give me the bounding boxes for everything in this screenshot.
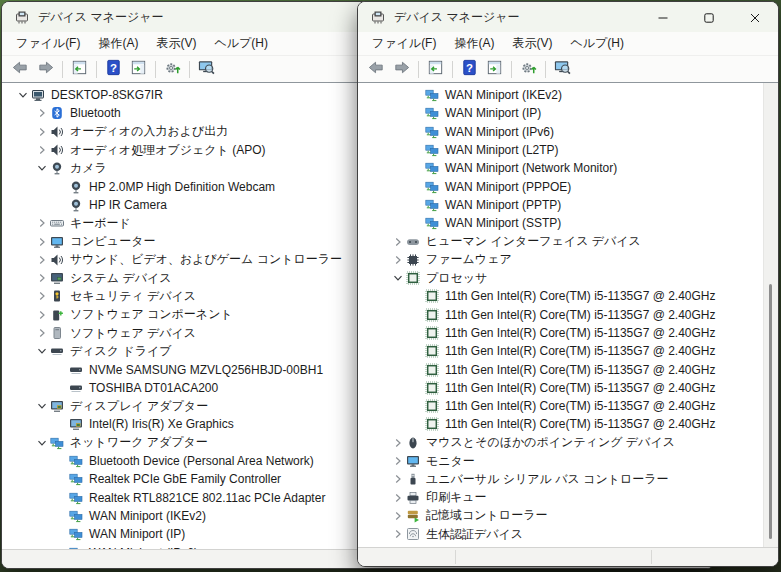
menu-item-action[interactable]: 操作(A)	[89, 32, 147, 55]
chevron-placeholder	[410, 88, 424, 102]
minimize-button[interactable]	[640, 2, 686, 32]
chevron-down-icon[interactable]	[35, 399, 49, 413]
close-button[interactable]	[732, 2, 778, 32]
tree-item[interactable]: WAN Miniport (Network Monitor)	[358, 159, 778, 177]
menu-item-file[interactable]: ファイル(F)	[7, 32, 89, 55]
bluetooth-icon	[49, 105, 65, 121]
show-hide-console-tree-button[interactable]	[423, 58, 448, 80]
show-hide-console-tree-button[interactable]	[67, 58, 92, 80]
tree-item-label: マウスとそのほかのポインティング デバイス	[421, 434, 675, 451]
search-devices-button[interactable]	[550, 58, 575, 80]
printer-icon	[405, 490, 421, 506]
tree-item-label: WAN Miniport (PPPOE)	[440, 180, 571, 194]
chevron-down-icon[interactable]	[391, 271, 405, 285]
tree-indent	[358, 278, 391, 279]
vertical-scrollbar[interactable]	[763, 83, 778, 547]
chevron-down-icon[interactable]	[16, 88, 30, 102]
tree-item-label: ディスプレイ アダプター	[65, 398, 208, 415]
tree-item[interactable]: 記憶域コントローラー	[358, 507, 778, 525]
tree-indent	[358, 351, 410, 352]
forward-button[interactable]	[33, 58, 58, 80]
tree-item-label: WAN Miniport (IPv6)	[440, 125, 554, 139]
tree-item[interactable]: ユニバーサル シリアル バス コントローラー	[358, 470, 778, 488]
tree-item[interactable]: 11th Gen Intel(R) Core(TM) i5-1135G7 @ 2…	[358, 360, 778, 378]
chevron-right-icon[interactable]	[35, 289, 49, 303]
chevron-placeholder	[410, 198, 424, 212]
tree-item[interactable]: WAN Miniport (IKEv2)	[358, 86, 778, 104]
menu-item-action[interactable]: 操作(A)	[445, 32, 503, 55]
chevron-right-icon[interactable]	[35, 235, 49, 249]
back-button[interactable]	[364, 58, 389, 80]
tree-item[interactable]: ファームウェア	[358, 251, 778, 269]
chevron-right-icon[interactable]	[391, 509, 405, 523]
tree-item[interactable]: ヒューマン インターフェイス デバイス	[358, 232, 778, 250]
tree-item-label: 11th Gen Intel(R) Core(TM) i5-1135G7 @ 2…	[440, 308, 716, 322]
monitor-icon	[49, 234, 65, 250]
tree-item[interactable]: WAN Miniport (L2TP)	[358, 141, 778, 159]
chevron-right-icon[interactable]	[391, 235, 405, 249]
menu-item-help[interactable]: ヘルプ(H)	[205, 32, 277, 55]
chevron-right-icon[interactable]	[391, 491, 405, 505]
chevron-right-icon[interactable]	[391, 472, 405, 486]
tree-indent	[358, 204, 410, 205]
tree-item[interactable]: 11th Gen Intel(R) Core(TM) i5-1135G7 @ 2…	[358, 397, 778, 415]
back-button[interactable]	[8, 58, 33, 80]
chevron-right-icon[interactable]	[35, 271, 49, 285]
chevron-right-icon[interactable]	[35, 308, 49, 322]
forward-button[interactable]	[389, 58, 414, 80]
tree-item[interactable]: プロセッサ	[358, 269, 778, 287]
chevron-right-icon[interactable]	[391, 454, 405, 468]
tree-item[interactable]: 11th Gen Intel(R) Core(TM) i5-1135G7 @ 2…	[358, 287, 778, 305]
storage-icon	[405, 508, 421, 524]
tree-item-label: NVMe SAMSUNG MZVLQ256HBJD-00BH1	[84, 363, 323, 377]
tree-item[interactable]: 11th Gen Intel(R) Core(TM) i5-1135G7 @ 2…	[358, 379, 778, 397]
network-icon	[49, 435, 65, 451]
tree-item-label: HP 2.0MP High Definition Webcam	[84, 180, 275, 194]
scan-hardware-changes-button[interactable]	[516, 58, 541, 80]
show-hide-action-pane-button[interactable]	[482, 58, 507, 80]
network-icon	[424, 160, 440, 176]
scrollbar-thumb[interactable]	[769, 284, 772, 539]
chevron-right-icon[interactable]	[35, 143, 49, 157]
menu-item-file[interactable]: ファイル(F)	[363, 32, 445, 55]
chevron-down-icon[interactable]	[35, 436, 49, 450]
chevron-right-icon[interactable]	[35, 216, 49, 230]
tree-item[interactable]: 11th Gen Intel(R) Core(TM) i5-1135G7 @ 2…	[358, 342, 778, 360]
scan-hardware-changes-button[interactable]	[160, 58, 185, 80]
menu-item-help[interactable]: ヘルプ(H)	[561, 32, 633, 55]
network-icon	[424, 124, 440, 140]
help-button[interactable]: ?	[101, 58, 126, 80]
menu-item-view[interactable]: 表示(V)	[147, 32, 205, 55]
menu-item-view[interactable]: 表示(V)	[503, 32, 561, 55]
tree-item[interactable]: マウスとそのほかのポインティング デバイス	[358, 434, 778, 452]
chevron-down-icon[interactable]	[35, 344, 49, 358]
title-bar[interactable]: デバイス マネージャー	[358, 2, 778, 32]
chevron-right-icon[interactable]	[391, 527, 405, 541]
chevron-right-icon[interactable]	[391, 253, 405, 267]
tree-item[interactable]: 11th Gen Intel(R) Core(TM) i5-1135G7 @ 2…	[358, 324, 778, 342]
chevron-right-icon[interactable]	[35, 326, 49, 340]
network-icon	[68, 526, 84, 542]
tree-item[interactable]: WAN Miniport (IPv6)	[358, 123, 778, 141]
tree-indent	[358, 406, 410, 407]
search-devices-button[interactable]	[194, 58, 219, 80]
tree-item[interactable]: WAN Miniport (SSTP)	[358, 214, 778, 232]
chevron-right-icon[interactable]	[35, 253, 49, 267]
help-button[interactable]: ?	[457, 58, 482, 80]
tree-item[interactable]: 印刷キュー	[358, 489, 778, 507]
show-hide-action-pane-button[interactable]	[126, 58, 151, 80]
tree-item[interactable]: 11th Gen Intel(R) Core(TM) i5-1135G7 @ 2…	[358, 415, 778, 433]
tree-item[interactable]: WAN Miniport (IP)	[358, 104, 778, 122]
tree-item[interactable]: 11th Gen Intel(R) Core(TM) i5-1135G7 @ 2…	[358, 306, 778, 324]
chevron-right-icon[interactable]	[35, 106, 49, 120]
tree-item[interactable]: モニター	[358, 452, 778, 470]
maximize-button[interactable]	[686, 2, 732, 32]
tree-item[interactable]: WAN Miniport (PPTP)	[358, 196, 778, 214]
mouse-icon	[405, 435, 421, 451]
chevron-down-icon[interactable]	[35, 161, 49, 175]
chevron-right-icon[interactable]	[35, 125, 49, 139]
arrow-right-icon	[36, 58, 55, 80]
tree-item[interactable]: 生体認証デバイス	[358, 525, 778, 543]
tree-item[interactable]: WAN Miniport (PPPOE)	[358, 177, 778, 195]
chevron-right-icon[interactable]	[391, 436, 405, 450]
